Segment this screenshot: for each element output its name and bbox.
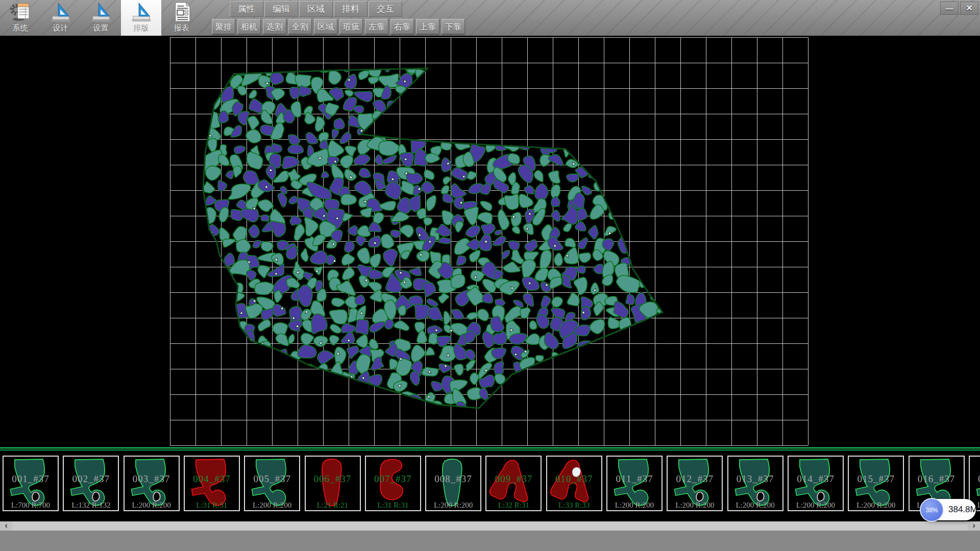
piece-thumbnail-010_#37[interactable]: 010_#37L:33 R:33 xyxy=(546,456,602,511)
piece-thumbnail-006_#37[interactable]: 006_#37L:21 R:21 xyxy=(305,456,361,511)
design-ruler-icon xyxy=(49,2,72,23)
tool-button-snap-up[interactable]: 上靠 xyxy=(416,19,439,34)
status-bar xyxy=(0,531,980,551)
piece-lr-count-label: L:31 R:31 xyxy=(185,501,239,510)
piece-id-label: 002_#37 xyxy=(64,473,118,485)
tool-button-cluster-nest[interactable]: 聚排 xyxy=(212,19,235,34)
piece-id-label: 015_#37 xyxy=(849,473,903,485)
piece-lr-count-label: L:200 R:200 xyxy=(789,501,843,510)
horizontal-scrollbar[interactable]: ‹ › xyxy=(0,521,980,531)
piece-id-label: 009_#37 xyxy=(486,473,541,485)
memory-percent-indicator: 38% xyxy=(920,498,944,522)
piece-lr-count-label: L:700 R:700 xyxy=(4,501,58,510)
piece-id-label: 004_#37 xyxy=(185,473,239,485)
mode-bar: 系统设计设置排版报表 xyxy=(0,0,202,36)
piece-lr-count-label: L:200 R:200 xyxy=(125,501,179,510)
memory-percent-label: 38% xyxy=(925,507,938,514)
strip-separator-line xyxy=(0,447,980,448)
close-button[interactable]: ✕ xyxy=(960,2,978,15)
piece-lr-count-label: L:200 R:200 xyxy=(668,501,722,510)
memory-usage-badge: 38% 384.8M xyxy=(922,499,976,520)
scroll-right-button[interactable]: › xyxy=(968,521,980,531)
piece-thumbnail-013_#37[interactable]: 013_#37L:200 R:200 xyxy=(727,456,783,511)
menu-button-nest-menu[interactable]: 排料 xyxy=(334,1,368,17)
tool-row: 聚排相机选割全割区域瑕疵左靠右靠上靠下靠 xyxy=(212,19,465,34)
mode-label-report: 报表 xyxy=(174,23,189,33)
memory-used-label: 384.8M xyxy=(948,499,977,520)
menu-button-interactive[interactable]: 交互 xyxy=(369,1,402,17)
piece-lr-count-label: L:32 R:31 xyxy=(486,501,541,510)
piece-id-label: 007_#37 xyxy=(366,473,420,485)
piece-id-label: 012_#37 xyxy=(668,473,722,485)
mode-label-settings: 设置 xyxy=(93,23,109,33)
piece-thumbnail-007_#37[interactable]: 007_#37L:31 R:31 xyxy=(365,456,421,511)
piece-id-label: 014_#37 xyxy=(789,473,843,485)
mode-label-design: 设计 xyxy=(53,23,68,33)
piece-thumbnail-011_#37[interactable]: 011_#37L:200 R:200 xyxy=(606,456,663,511)
mode-button-nesting[interactable]: 排版 xyxy=(121,0,161,36)
piece-thumbnail-003_#37[interactable]: 003_#37L:200 R:200 xyxy=(124,456,180,511)
mode-label-nesting: 排版 xyxy=(134,23,149,33)
tool-button-camera[interactable]: 相机 xyxy=(237,19,261,34)
piece-id-label: 006_#37 xyxy=(306,473,360,485)
scroll-left-button[interactable]: ‹ xyxy=(0,521,12,531)
piece-lr-count-label: L:200 R:200 xyxy=(849,501,903,510)
menu-button-properties[interactable]: 属性 xyxy=(230,1,263,17)
piece-thumbnail-008_#37[interactable]: 008_#37L:200 R:200 xyxy=(425,456,481,511)
piece-lr-count-label: L:31 R:31 xyxy=(366,501,420,510)
piece-thumbnail-strip: 001_#37L:700 R:700002_#37L:132 R:132003_… xyxy=(0,447,980,521)
piece-thumbnail-004_#37[interactable]: 004_#37L:31 R:31 xyxy=(184,456,240,511)
piece-thumbnail-015_#37[interactable]: 015_#37L:200 R:200 xyxy=(848,456,904,511)
piece-thumbnail-012_#37[interactable]: 012_#37L:200 R:200 xyxy=(667,456,723,511)
piece-id-label: 005_#37 xyxy=(245,473,299,485)
piece-id-label: 016_#37 xyxy=(910,473,964,485)
piece-thumbnail-001_#37[interactable]: 001_#37L:700 R:700 xyxy=(3,456,59,511)
tool-button-snap-down[interactable]: 下靠 xyxy=(442,19,465,34)
strip-separator-line-2 xyxy=(0,449,980,450)
window-controls: — ✕ xyxy=(940,2,978,15)
mode-button-report[interactable]: 报表 xyxy=(161,0,202,36)
settings-ruler-icon xyxy=(89,2,113,23)
nesting-ruler-icon xyxy=(130,2,153,23)
tool-button-snap-right[interactable]: 右靠 xyxy=(390,19,414,34)
menu-button-region[interactable]: 区域 xyxy=(299,1,333,17)
tool-button-region-tool[interactable]: 区域 xyxy=(314,19,337,34)
tool-button-select-cut[interactable]: 选割 xyxy=(263,19,286,34)
menu-row: 属性编辑区域排料交互 xyxy=(230,1,402,17)
tool-button-cut-all[interactable]: 全割 xyxy=(288,19,312,34)
piece-id-label: 010_#37 xyxy=(547,473,601,485)
report-doc-icon xyxy=(170,2,193,23)
menu-button-edit[interactable]: 编辑 xyxy=(264,1,298,17)
tool-button-defect[interactable]: 瑕疵 xyxy=(339,19,363,34)
mode-button-system[interactable]: 系统 xyxy=(0,0,40,36)
piece-thumbnail-002_#37[interactable]: 002_#37L:132 R:132 xyxy=(63,456,119,511)
piece-thumbnail-014_#37[interactable]: 014_#37L:200 R:200 xyxy=(788,456,844,511)
minimize-button[interactable]: — xyxy=(940,2,959,15)
piece-id-label: 011_#37 xyxy=(607,473,662,485)
piece-lr-count-label: L:200 R:200 xyxy=(728,501,782,510)
toolbar: 系统设计设置排版报表 属性编辑区域排料交互 聚排相机选割全割区域瑕疵左靠右靠上靠… xyxy=(0,0,980,36)
piece-id-label: 003_#37 xyxy=(125,473,179,485)
piece-lr-count-label: L:21 R:21 xyxy=(306,501,360,510)
piece-id-label: 008_#37 xyxy=(426,473,480,485)
system-gear-icon xyxy=(9,2,32,23)
piece-lr-count-label: L:200 R:200 xyxy=(426,501,480,510)
mode-button-design[interactable]: 设计 xyxy=(40,0,81,36)
piece-lr-count-label: L:200 R:200 xyxy=(607,501,662,510)
mode-button-settings[interactable]: 设置 xyxy=(81,0,121,36)
nesting-canvas[interactable] xyxy=(0,36,980,447)
piece-id-label: 001_#37 xyxy=(4,473,58,485)
piece-thumbnail-009_#37[interactable]: 009_#37L:32 R:31 xyxy=(485,456,542,511)
piece-id-label: 013_#37 xyxy=(728,473,782,485)
piece-lr-count-label: L:200 R:200 xyxy=(245,501,299,510)
piece-id-label: 017_#37 xyxy=(970,473,980,485)
mode-label-system: 系统 xyxy=(13,23,28,33)
piece-thumbnail-005_#37[interactable]: 005_#37L:200 R:200 xyxy=(244,456,300,511)
application-window: 系统设计设置排版报表 属性编辑区域排料交互 聚排相机选割全割区域瑕疵左靠右靠上靠… xyxy=(0,0,980,551)
tool-button-snap-left[interactable]: 左靠 xyxy=(365,19,388,34)
piece-lr-count-label: L:33 R:33 xyxy=(547,501,601,510)
piece-lr-count-label: L:132 R:132 xyxy=(64,501,118,510)
